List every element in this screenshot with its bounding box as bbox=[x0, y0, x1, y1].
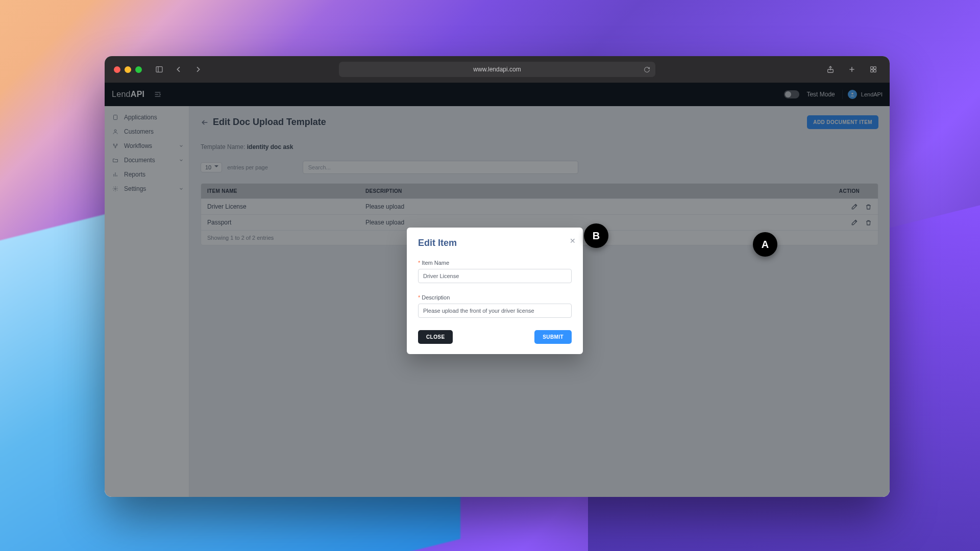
item-name-value: Driver License bbox=[423, 273, 459, 279]
address-bar[interactable]: www.lendapi.com bbox=[339, 62, 655, 77]
nav-forward-icon[interactable] bbox=[191, 62, 205, 77]
window-controls bbox=[114, 66, 142, 73]
marker-label: A bbox=[762, 239, 769, 251]
browser-titlebar: www.lendapi.com bbox=[105, 56, 890, 83]
submit-button-label: SUBMIT bbox=[543, 334, 564, 340]
description-value: Please upload the front of your driver l… bbox=[423, 308, 534, 314]
required-indicator: * bbox=[418, 260, 420, 266]
new-tab-icon[interactable] bbox=[845, 62, 859, 77]
edit-item-modal: Edit Item ✕ *Item Name Driver License *D… bbox=[407, 228, 583, 354]
svg-rect-5 bbox=[871, 67, 873, 69]
item-name-input[interactable]: Driver License bbox=[418, 269, 572, 283]
window-maximize-button[interactable] bbox=[135, 66, 142, 73]
sidebar-toggle-icon[interactable] bbox=[152, 62, 166, 77]
close-button-label: CLOSE bbox=[426, 334, 445, 340]
window-close-button[interactable] bbox=[114, 66, 120, 73]
field-label-item-name: *Item Name bbox=[418, 260, 572, 266]
modal-title: Edit Item bbox=[418, 238, 572, 248]
svg-rect-7 bbox=[871, 70, 873, 72]
svg-rect-6 bbox=[874, 67, 876, 69]
tab-overview-icon[interactable] bbox=[866, 62, 880, 77]
window-minimize-button[interactable] bbox=[125, 66, 131, 73]
svg-rect-0 bbox=[156, 67, 162, 72]
nav-back-icon[interactable] bbox=[172, 62, 186, 77]
annotation-marker-b: B bbox=[584, 223, 608, 248]
url-text: www.lendapi.com bbox=[473, 66, 521, 73]
annotation-marker-a: A bbox=[753, 232, 777, 257]
browser-window: www.lendapi.com LendAPI Test Mo bbox=[105, 56, 890, 497]
description-input[interactable]: Please upload the front of your driver l… bbox=[418, 304, 572, 318]
required-indicator: * bbox=[418, 294, 420, 300]
marker-label: B bbox=[593, 230, 600, 242]
reload-icon[interactable] bbox=[644, 66, 650, 73]
field-label-description: *Description bbox=[418, 294, 572, 300]
svg-rect-8 bbox=[874, 70, 876, 72]
close-button[interactable]: CLOSE bbox=[418, 330, 453, 344]
share-icon[interactable] bbox=[823, 62, 838, 77]
modal-close-icon[interactable]: ✕ bbox=[570, 237, 576, 245]
submit-button[interactable]: SUBMIT bbox=[534, 330, 572, 344]
